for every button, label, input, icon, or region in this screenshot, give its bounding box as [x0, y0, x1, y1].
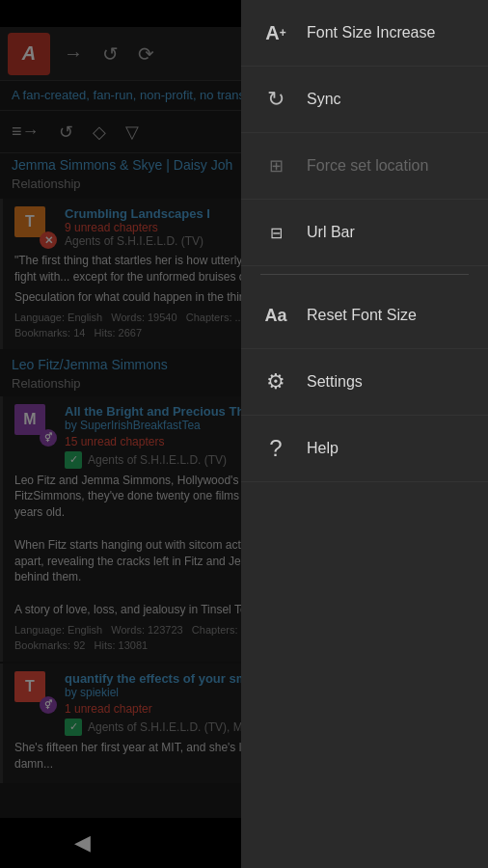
menu-label-font-increase: Font Size Increase: [307, 24, 435, 41]
dim-overlay[interactable]: [0, 0, 241, 868]
menu-item-force-location[interactable]: ⊞ Force set location: [241, 133, 488, 200]
menu-label-help: Help: [307, 440, 339, 457]
reset-font-icon: Aa: [260, 300, 291, 331]
sync-icon: ↻: [260, 84, 291, 115]
menu-item-help[interactable]: ? Help: [241, 416, 488, 482]
menu-label-force-location: Force set location: [307, 157, 428, 175]
dropdown-menu: A+ Font Size Increase ↻ Sync ⊞ Force set…: [241, 0, 488, 868]
force-location-icon: ⊞: [260, 150, 291, 181]
menu-item-settings[interactable]: ⚙ Settings: [241, 349, 488, 416]
menu-label-settings: Settings: [307, 373, 363, 391]
help-icon: ?: [260, 433, 291, 464]
menu-item-reset-font[interactable]: Aa Reset Font Size: [241, 283, 488, 349]
menu-item-font-increase[interactable]: A+ Font Size Increase: [241, 0, 488, 67]
menu-item-sync[interactable]: ↻ Sync: [241, 67, 488, 133]
menu-label-url-bar: Url Bar: [307, 224, 355, 241]
menu-label-reset-font: Reset Font Size: [307, 307, 417, 324]
menu-divider: [260, 274, 469, 275]
gear-icon: ⚙: [260, 366, 291, 397]
url-bar-icon: ⊟: [260, 217, 291, 248]
menu-item-url-bar[interactable]: ⊟ Url Bar: [241, 200, 488, 266]
menu-label-sync: Sync: [307, 91, 341, 108]
font-increase-icon: A+: [260, 17, 291, 48]
